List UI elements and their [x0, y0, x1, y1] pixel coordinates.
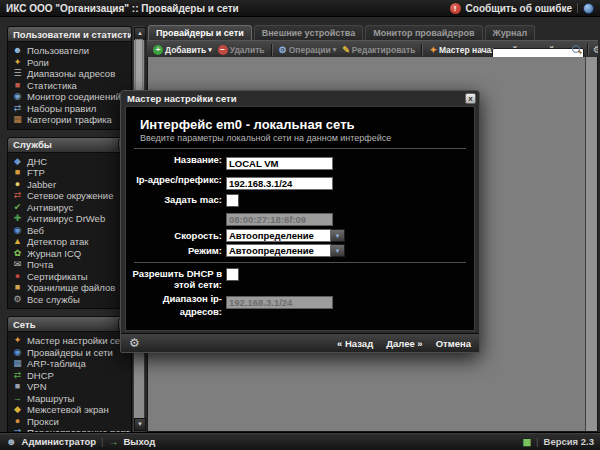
toolbar-separator	[271, 44, 273, 56]
sidebar-item-label: Сетевое окружение	[27, 190, 113, 201]
sidebar-item[interactable]: ▦ARP-таблица	[12, 358, 131, 370]
sidebar-item[interactable]: ✉Почта	[12, 259, 131, 271]
sidebar-item[interactable]: ✦Мастер настройки сети	[12, 335, 131, 347]
console-icon[interactable]: ▦	[523, 437, 532, 447]
titlebar: ИКС ООО "Организация" :: Провайдеры и се…	[0, 0, 600, 17]
search-icon[interactable]	[572, 45, 580, 53]
routes-icon: →	[12, 393, 23, 404]
sidebar-item[interactable]: ⇄Наборы правил	[12, 103, 131, 115]
storage-folder-icon: ■	[12, 282, 23, 293]
sidebar-item[interactable]: ■VPN	[12, 381, 131, 393]
sidebar-item[interactable]: ●Прокси	[12, 416, 131, 428]
section-header[interactable]: Службы▴	[7, 137, 132, 153]
sidebar-item[interactable]: ☻Пользователи	[12, 45, 131, 57]
dialog-titlebar[interactable]: Мастер настройки сети x	[121, 91, 479, 105]
logout-link[interactable]: Выход	[124, 436, 156, 447]
sidebar-item[interactable]: ●Сертификаты	[12, 271, 131, 283]
gear-icon[interactable]: ⚙	[129, 337, 140, 349]
globe-icon: ◉	[12, 225, 23, 236]
set-mac-checkbox[interactable]	[226, 194, 239, 207]
sidebar-item[interactable]: →Маршруты	[12, 393, 131, 405]
sidebar-item[interactable]: ✿Журнал ICQ	[12, 248, 131, 260]
sidebar-item-label: Межсетевой экран	[27, 404, 109, 415]
user-icon: ☻	[6, 436, 17, 447]
sidebar-item[interactable]: ◆Межсетевой экран	[12, 404, 131, 416]
tab[interactable]: Внешние устройства	[254, 25, 363, 40]
form-row-ip: Ip-адрес/префикс:	[126, 173, 474, 191]
sidebar-item[interactable]: ◉Веб	[12, 225, 131, 237]
allow-dhcp-checkbox[interactable]	[226, 268, 239, 281]
form-row-dhcp: Разрешить DHCP в этой сети:	[126, 267, 474, 290]
scroll-down-icon[interactable]: ▼	[134, 418, 146, 431]
ip-prefix-input[interactable]	[226, 177, 333, 190]
tab[interactable]: Монитор провайдеров	[365, 25, 482, 40]
table-icon: ▦	[12, 358, 23, 369]
sidebar-item[interactable]: ▦Категории трафика	[12, 114, 131, 126]
sidebar-item-label: Мастер настройки сети	[27, 335, 130, 346]
toolbar-separator	[421, 44, 423, 56]
tab[interactable]: Журнал	[485, 25, 536, 40]
refresh-icon[interactable]: ⚙	[593, 44, 598, 55]
chevron-down-icon[interactable]: ▼	[331, 244, 345, 257]
toolbar-button: ⚙Операции▾	[276, 45, 340, 55]
sidebar-item[interactable]: ■Хранилище файлов	[12, 282, 131, 294]
sidebar-item[interactable]: ✚Антивирус DrWeb	[12, 213, 131, 225]
dropdown-caret-icon: ▾	[208, 46, 212, 54]
next-button[interactable]: Далее »	[386, 338, 422, 349]
sidebar-item[interactable]: ☰Диапазоны адресов	[12, 68, 131, 80]
error-icon: !	[450, 3, 461, 14]
statusbar-separator: |	[101, 436, 103, 447]
help-icon[interactable]	[583, 3, 594, 14]
toolbar-button-label: Редактировать	[352, 45, 416, 55]
cancel-button[interactable]: Отмена	[436, 338, 471, 349]
sidebar-item[interactable]: ⇄Сетевое окружение	[12, 190, 131, 202]
name-input[interactable]	[226, 157, 333, 170]
section-title: Службы	[13, 139, 52, 150]
toolbar-button: −Удалить	[215, 45, 268, 55]
report-error-link[interactable]: Сообщить об ошибке	[466, 3, 572, 14]
icq-flower-icon: ✿	[12, 248, 23, 259]
sidebar-item-label: FTP	[27, 167, 45, 178]
sidebar-item[interactable]: ▲Детектор атак	[12, 236, 131, 248]
section-header[interactable]: Сеть▴	[7, 316, 132, 332]
delete-icon: −	[218, 45, 228, 55]
sidebar-item[interactable]: ◆ДНС	[12, 156, 131, 168]
divider	[134, 262, 466, 263]
sidebar-item-label: Категории трафика	[27, 114, 112, 125]
sidebar-item-label: VPN	[27, 381, 47, 392]
sidebar-item-label: Статистика	[27, 80, 77, 91]
toolbar-button[interactable]: +Добавить▾	[150, 45, 215, 55]
sidebar-item[interactable]: ✦Роли	[12, 57, 131, 69]
rules-icon: ⇄	[12, 103, 23, 114]
chevron-down-icon[interactable]: ▼	[331, 229, 345, 242]
current-user[interactable]: Администратор	[22, 436, 97, 447]
sidebar-item[interactable]: ⇄DHCP	[12, 370, 131, 382]
sidebar-item[interactable]: ◉Монитор соединений	[12, 91, 131, 103]
back-button[interactable]: « Назад	[337, 338, 373, 349]
sidebar-item[interactable]: ■FTP	[12, 167, 131, 179]
firewall-shield-icon: ◆	[12, 404, 23, 415]
content-scrollbar[interactable]	[585, 57, 597, 431]
app-title: ИКС ООО "Организация" :: Провайдеры и се…	[6, 3, 239, 14]
dialog-subtitle: Введите параметры локальной сети на данн…	[140, 133, 460, 143]
sidebar-item[interactable]: ■Статистика	[12, 80, 131, 92]
sidebar-item-label: Веб	[27, 225, 44, 236]
titlebar-separator	[577, 3, 578, 13]
sidebar-item[interactable]: ⚙Все службы	[12, 294, 131, 306]
operations-icon: ⚙	[279, 45, 287, 55]
tab[interactable]: Провайдеры и сети	[148, 25, 252, 40]
network-icon: ⇄	[12, 190, 23, 201]
version-label: Версия 2.3	[544, 436, 594, 447]
wizard-wand-icon: ✦	[429, 45, 437, 55]
mac-check-label: Задать mac:	[126, 193, 226, 207]
speed-combo[interactable]: Автоопределение ▼	[226, 229, 345, 242]
sidebar-item[interactable]: ◉Провайдеры и сети	[12, 347, 131, 359]
logout-icon: →	[109, 436, 119, 447]
close-icon[interactable]: x	[465, 93, 476, 104]
magnifier-icon: ◉	[12, 91, 23, 102]
sidebar-item[interactable]: ●Jabber	[12, 179, 131, 191]
bulb-icon: ●	[12, 179, 23, 190]
mode-combo[interactable]: Автоопределение ▼	[226, 244, 345, 257]
sidebar-item[interactable]: ✔Антивирус	[12, 202, 131, 214]
section-header[interactable]: Пользователи и статистика▴	[7, 26, 132, 42]
